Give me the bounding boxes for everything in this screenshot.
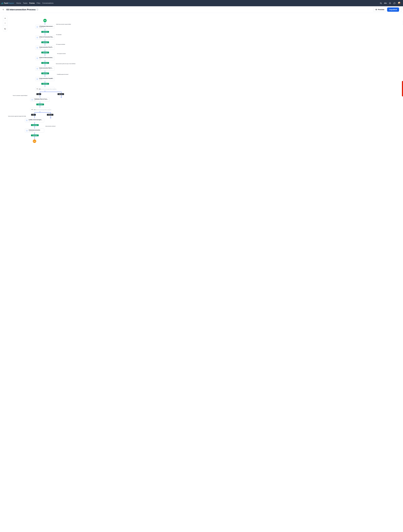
status-submitted: Submitted [41,72,49,74]
form-icon: ▢ [26,129,28,132]
branch-icon: ⫤ [36,88,38,90]
connector [45,64,45,66]
page-toolbar: 03 Interconnection Process i Preview Unp… [0,6,403,13]
connector [45,39,45,41]
avatar[interactable] [398,2,401,5]
branch-yes-7a[interactable]: Yes [31,114,36,116]
form-icon: ▢ [36,57,38,59]
connector [34,133,35,134]
task-1-preliminary[interactable]: ▢ 1 Preliminary Interconnection …Activit… [35,25,55,29]
task-6-feasibility[interactable]: ▢ 6 Interconnection Feasibility …2.2, 4.… [35,77,55,81]
unpublish-button[interactable]: Unpublish [387,7,399,12]
form-icon: ▢ [36,67,38,70]
branch-yes[interactable]: Yes [36,93,41,95]
connector [45,33,45,35]
connector [34,116,35,118]
branch-icon: ⫤ [31,108,33,110]
nav-forms[interactable]: Forms [29,2,35,4]
connector [45,91,45,92]
nav-tasks[interactable]: Tasks [23,2,27,4]
note-interconnection-achieved: Interconnection achieved [46,126,56,127]
nav-conversations[interactable]: Conversations [42,2,53,4]
task-4-poi[interactable]: ▢ 4 Point of Interconnection …1.22 [35,56,55,60]
connector [61,92,61,93]
connector [40,101,40,103]
add-node-button[interactable] [50,117,51,118]
connector [40,105,40,108]
note-poc-finalized: Point of connection request finalized [13,95,27,96]
connector [45,85,45,87]
connector [34,136,35,139]
svg-point-2 [376,9,377,10]
connector [40,111,40,112]
add-node-button[interactable] [61,96,62,98]
form-icon: ▢ [36,78,38,80]
task-5-path-works[interactable]: ▢ 5 Interconnection Path & Works …1.23 [35,66,55,70]
back-button[interactable] [1,7,6,12]
info-icon[interactable]: i [36,9,38,10]
connector [34,112,51,113]
branch-not-yes[interactable]: Not Yes [58,93,64,95]
nav-files[interactable]: Files [37,2,40,4]
side-alert-tab[interactable] [402,81,403,96]
note-poi-identified: POI identified [56,34,61,35]
connector [61,95,61,96]
status-submitted: Submitted [31,134,39,136]
end-node[interactable]: End [33,139,36,143]
form-icon: ▢ [26,119,28,121]
svg-line-1 [381,4,382,4]
connector [34,126,35,128]
task-9-grid[interactable]: ▢ 9 Grid Interconnection4.11, 4.13 [25,128,44,133]
status-submitted: Submitted [36,103,44,105]
note-poi-req-submitted: POI request submitted [56,44,65,45]
brand-logo-icon [1,2,3,4]
brand[interactable]: TaskMapper [1,2,14,4]
task-8-agreement[interactable]: ▢ 8 Utility Comercial Agreement4.8 [25,118,44,122]
connector [45,81,45,83]
search-icon[interactable] [380,2,382,4]
note-feasibility: Feasibility approval received [57,74,68,75]
status-submitted: Submitted [41,52,49,53]
status-submitted: Submitted [41,83,49,85]
form-icon: ▢ [31,99,33,101]
status-submitted: Submitted [31,124,39,126]
form-icon: ▢ [36,47,38,49]
main-nav: Home Tasks Forms Files Conversations [16,2,53,4]
note-path-scope: Interconnection path and scope of work d… [56,63,76,64]
status-submitted: Submitted [41,62,49,64]
connector [51,116,51,117]
flow-canvas[interactable]: Start Initial interconnection request dr… [0,13,403,155]
connector [45,70,45,72]
form-icon: ▢ [36,36,38,38]
router-6b[interactable]: ⫤ 6.BRoute the form through different st… [35,87,55,91]
page-title: 03 Interconnection Process i [6,8,38,11]
connector [45,29,45,31]
connector [45,60,45,62]
preview-button[interactable]: Preview [373,7,386,12]
note-agreement-signed: Interconnection agreement signed with ut… [8,116,26,117]
connector [45,53,45,56]
top-nav: TaskMapper Home Tasks Forms Files Conver… [0,0,403,6]
router-7a[interactable]: ⫤ 7.ARoute the form through different st… [30,108,50,111]
task-3-ip-request[interactable]: ▢ 3 Interconnection Point Request1.15 [35,46,55,50]
nav-actions: EN [380,2,401,5]
start-node[interactable]: Start [43,19,47,22]
connector [51,112,51,114]
bell-icon[interactable] [389,2,391,4]
brand-text: TaskMapper [4,2,14,4]
branch-not-yes-7a[interactable]: Not yes [47,114,53,116]
connector [40,92,40,93]
task-7-definitive-poc[interactable]: ▢ 7 Definitive Point of Connection …4.6 [30,98,50,101]
connector [45,50,45,52]
nav-home[interactable]: Home [16,2,21,4]
connector [40,92,61,92]
language-switch[interactable]: EN [384,2,387,4]
chat-icon[interactable] [393,2,396,4]
form-icon: ▢ [36,26,38,28]
connector [45,22,45,25]
task-2-poc-request[interactable]: ▢ 2 Point of Connection Request1.12 [35,35,55,39]
connector [34,122,35,124]
note-initial-request: Initial interconnection request drafted [56,24,71,25]
connector [34,112,35,114]
more-menu-button[interactable] [400,7,402,12]
